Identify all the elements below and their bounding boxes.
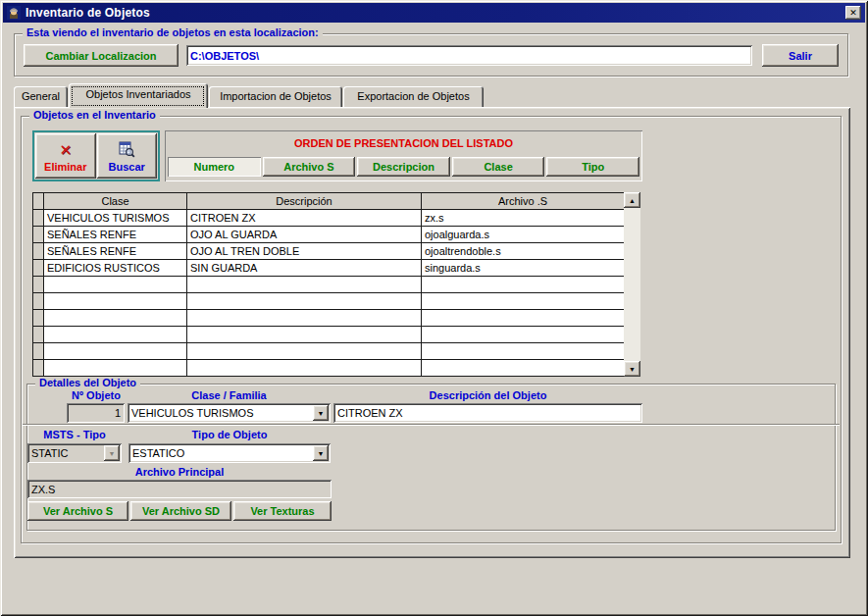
details-separator: [23, 424, 840, 426]
chevron-down-icon: ▼: [109, 450, 116, 457]
tab-objetos-inventariados[interactable]: Objetos Inventariados: [69, 83, 208, 108]
table-cell[interactable]: [422, 343, 625, 360]
table-cell[interactable]: [422, 310, 625, 327]
row-selector-cell[interactable]: [33, 243, 44, 260]
delete-button[interactable]: ✕ Eliminar: [35, 133, 96, 179]
view-s-file-button[interactable]: Ver Archivo S: [27, 501, 128, 521]
order-button-numero[interactable]: Numero: [168, 157, 261, 177]
class-combo-dropdown-button[interactable]: ▼: [313, 405, 329, 421]
search-button[interactable]: Buscar: [97, 133, 158, 179]
table-cell[interactable]: [44, 310, 187, 327]
table-cell[interactable]: [422, 293, 625, 310]
table-cell[interactable]: SEÑALES RENFE: [44, 227, 187, 243]
app-window: Inventario de Objetos ✕ Esta viendo el i…: [0, 0, 868, 616]
row-selector-cell[interactable]: [33, 310, 44, 327]
scroll-up-button[interactable]: ▲: [624, 192, 640, 208]
row-selector-cell[interactable]: [33, 293, 44, 310]
scroll-down-button[interactable]: ▼: [624, 361, 640, 377]
arrow-up-icon: ▲: [629, 197, 636, 204]
details-groupbox-label: Detalles del Objeto: [35, 377, 140, 388]
close-icon: ✕: [849, 8, 857, 18]
table-row[interactable]: SEÑALES RENFEOJO AL GUARDAojoalguarda.s: [33, 227, 625, 243]
table-cell[interactable]: [44, 343, 187, 360]
change-location-button[interactable]: Cambiar Localizacion: [24, 44, 179, 67]
table-cell[interactable]: EDIFICIOS RUSTICOS: [44, 260, 187, 277]
class-family-combobox[interactable]: VEHICULOS TURISMOS ▼: [128, 403, 331, 423]
chevron-down-icon: ▼: [318, 410, 325, 417]
class-family-label: Clase / Familia: [128, 389, 331, 401]
table-cell[interactable]: [187, 360, 422, 377]
sort-panel: ORDEN DE PRESENTACION DEL LISTADO Numero…: [165, 130, 642, 181]
table-cell[interactable]: [44, 277, 187, 293]
table-row[interactable]: [33, 343, 625, 360]
table-cell[interactable]: SIN GUARDA: [187, 260, 422, 277]
table-cell[interactable]: ojoalguarda.s: [422, 227, 625, 243]
table-cell[interactable]: [422, 327, 625, 343]
inventory-table-wrap: ClaseDescripciónArchivo .SVEHICULOS TURI…: [32, 192, 624, 377]
tab-exportacion[interactable]: Exportacion de Objetos: [343, 86, 484, 108]
row-selector-cell[interactable]: [33, 277, 44, 293]
tab-general[interactable]: General: [14, 86, 68, 108]
table-row[interactable]: [33, 293, 625, 310]
table-row[interactable]: SEÑALES RENFEOJO AL TREN DOBLEojoaltrend…: [33, 243, 625, 260]
view-textures-button[interactable]: Ver Texturas: [233, 501, 332, 521]
table-row[interactable]: [33, 277, 625, 293]
msts-type-combobox[interactable]: STATIC ▼: [27, 443, 122, 463]
row-selector-cell[interactable]: [33, 260, 44, 277]
title-bar[interactable]: Inventario de Objetos ✕: [3, 3, 865, 23]
location-path-field[interactable]: C:\OBJETOS\: [190, 50, 259, 62]
inventory-table: ClaseDescripciónArchivo .SVEHICULOS TURI…: [32, 192, 625, 377]
row-selector-cell[interactable]: [33, 227, 44, 243]
table-cell[interactable]: [422, 277, 625, 293]
table-cell[interactable]: SEÑALES RENFE: [44, 243, 187, 260]
table-cell[interactable]: VEHICULOS TURISMOS: [44, 210, 187, 227]
object-description-field[interactable]: CITROEN ZX: [333, 403, 642, 423]
tab-importacion[interactable]: Importacion de Objetos: [209, 86, 342, 108]
table-cell[interactable]: singuarda.s: [422, 260, 625, 277]
table-cell[interactable]: [187, 310, 422, 327]
search-icon: [119, 140, 135, 160]
table-cell[interactable]: [187, 277, 422, 293]
table-row[interactable]: [33, 360, 625, 377]
table-cell[interactable]: zx.s: [422, 210, 625, 227]
table-cell[interactable]: [422, 360, 625, 377]
order-button-archivo-s[interactable]: Archivo S: [263, 157, 356, 177]
row-selector-cell[interactable]: [33, 343, 44, 360]
object-number-field: 1: [67, 403, 125, 423]
object-number-label: Nº Objeto: [57, 389, 135, 401]
table-cell[interactable]: [44, 327, 187, 343]
row-selector-cell[interactable]: [33, 210, 44, 227]
table-cell[interactable]: [187, 343, 422, 360]
table-cell[interactable]: ojoaltrendoble.s: [422, 243, 625, 260]
table-row[interactable]: EDIFICIOS RUSTICOSSIN GUARDAsinguarda.s: [33, 260, 625, 277]
table-row[interactable]: VEHICULOS TURISMOSCITROEN ZXzx.s: [33, 210, 625, 227]
vertical-scrollbar[interactable]: ▲ ▼: [624, 192, 640, 377]
column-header[interactable]: Clase: [44, 193, 187, 210]
row-selector-cell[interactable]: [33, 360, 44, 377]
table-cell[interactable]: [187, 293, 422, 310]
table-row[interactable]: [33, 327, 625, 343]
delete-icon: ✕: [59, 140, 72, 160]
chevron-down-icon: ▼: [318, 450, 325, 457]
object-type-combobox[interactable]: ESTATICO ▼: [128, 443, 331, 463]
order-button-descripcion[interactable]: Descripcion: [357, 157, 450, 177]
row-selector-cell[interactable]: [33, 327, 44, 343]
table-cell[interactable]: [44, 293, 187, 310]
table-row[interactable]: [33, 310, 625, 327]
table-cell[interactable]: OJO AL GUARDA: [187, 227, 422, 243]
table-cell[interactable]: OJO AL TREN DOBLE: [187, 243, 422, 260]
msts-combo-dropdown-button[interactable]: ▼: [104, 445, 120, 461]
column-header[interactable]: Archivo .S: [422, 193, 625, 210]
exit-button[interactable]: Salir: [762, 44, 839, 67]
location-groupbox-label: Esta viendo el inventario de objetos en …: [23, 26, 323, 38]
table-cell[interactable]: [44, 360, 187, 377]
order-title: ORDEN DE PRESENTACION DEL LISTADO: [165, 137, 642, 149]
view-sd-file-button[interactable]: Ver Archivo SD: [130, 501, 231, 521]
order-button-clase[interactable]: Clase: [452, 157, 545, 177]
order-button-tipo[interactable]: Tipo: [546, 157, 639, 177]
close-button[interactable]: ✕: [845, 6, 861, 20]
table-cell[interactable]: [187, 327, 422, 343]
column-header[interactable]: Descripción: [187, 193, 422, 210]
table-cell[interactable]: CITROEN ZX: [187, 210, 422, 227]
type-combo-dropdown-button[interactable]: ▼: [313, 445, 329, 461]
